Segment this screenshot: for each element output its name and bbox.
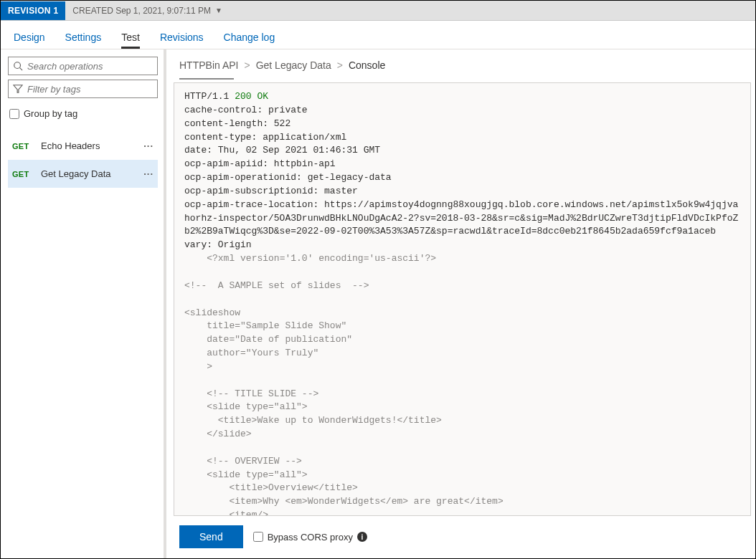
operation-item-get-legacy-data[interactable]: GET Get Legacy Data ··· — [8, 160, 158, 188]
search-icon — [13, 61, 23, 71]
tab-settings[interactable]: Settings — [65, 24, 102, 49]
content: HTTPBin API > Get Legacy Data > Console … — [164, 49, 755, 558]
tab-changelog[interactable]: Change log — [224, 24, 275, 49]
response-headers: cache-control: private content-length: 5… — [184, 105, 738, 250]
tabs: Design Settings Test Revisions Change lo… — [1, 21, 755, 49]
send-button[interactable]: Send — [179, 525, 243, 548]
bypass-cors-row[interactable]: Bypass CORS proxy i — [253, 532, 367, 543]
breadcrumb-sep: > — [337, 59, 343, 71]
svg-marker-2 — [14, 85, 22, 93]
filter-icon — [13, 84, 23, 94]
chevron-down-icon[interactable]: ▼ — [215, 6, 222, 14]
bypass-cors-label: Bypass CORS proxy — [268, 532, 353, 543]
svg-line-1 — [20, 68, 23, 71]
tab-test[interactable]: Test — [121, 24, 140, 49]
breadcrumb-console: Console — [349, 59, 385, 71]
breadcrumb: HTTPBin API > Get Legacy Data > Console — [166, 49, 755, 78]
tab-revisions[interactable]: Revisions — [160, 24, 204, 49]
search-operations-wrap[interactable] — [8, 57, 158, 75]
operation-name: Echo Headers — [41, 140, 143, 151]
method-badge: GET — [12, 170, 41, 178]
response-proto: HTTP/1.1 — [184, 91, 235, 102]
content-inner: HTTPBin API > Get Legacy Data > Console … — [166, 49, 755, 558]
bypass-cors-checkbox[interactable] — [253, 532, 263, 542]
operation-name: Get Legacy Data — [41, 168, 143, 179]
more-icon[interactable]: ··· — [143, 168, 153, 179]
breadcrumb-operation[interactable]: Get Legacy Data — [256, 59, 331, 71]
search-operations-input[interactable] — [27, 61, 153, 72]
group-by-tag-row[interactable]: Group by tag — [9, 108, 156, 119]
group-by-tag-checkbox[interactable] — [9, 109, 19, 119]
svg-point-0 — [14, 62, 21, 69]
more-icon[interactable]: ··· — [143, 140, 153, 151]
filter-tags-wrap[interactable] — [8, 80, 158, 98]
response-xml: <?xml version='1.0' encoding='us-ascii'?… — [184, 253, 504, 515]
method-badge: GET — [12, 142, 41, 150]
breadcrumb-underline — [179, 78, 234, 80]
revision-created-value: Sep 1, 2021, 9:07:11 PM — [115, 6, 211, 16]
revision-created: CREATED Sep 1, 2021, 9:07:11 PM — [72, 6, 211, 16]
revision-badge: REVISION 1 — [1, 1, 65, 20]
revision-bar: REVISION 1 CREATED Sep 1, 2021, 9:07:11 … — [1, 1, 755, 21]
footer: Send Bypass CORS proxy i — [166, 516, 755, 558]
tab-design[interactable]: Design — [14, 24, 45, 49]
response-panel: HTTP/1.1 200 OK cache-control: private c… — [174, 82, 751, 516]
filter-tags-input[interactable] — [27, 84, 153, 95]
sidebar: Group by tag GET Echo Headers ··· GET Ge… — [1, 49, 164, 558]
main: Group by tag GET Echo Headers ··· GET Ge… — [1, 49, 755, 558]
info-icon[interactable]: i — [357, 532, 367, 542]
breadcrumb-sep: > — [244, 59, 250, 71]
operation-item-echo-headers[interactable]: GET Echo Headers ··· — [8, 132, 158, 160]
response-body[interactable]: HTTP/1.1 200 OK cache-control: private c… — [174, 83, 750, 515]
response-status: 200 OK — [235, 91, 268, 102]
breadcrumb-api[interactable]: HTTPBin API — [179, 59, 238, 71]
group-by-tag-label: Group by tag — [24, 108, 77, 119]
revision-created-label: CREATED — [72, 6, 113, 16]
